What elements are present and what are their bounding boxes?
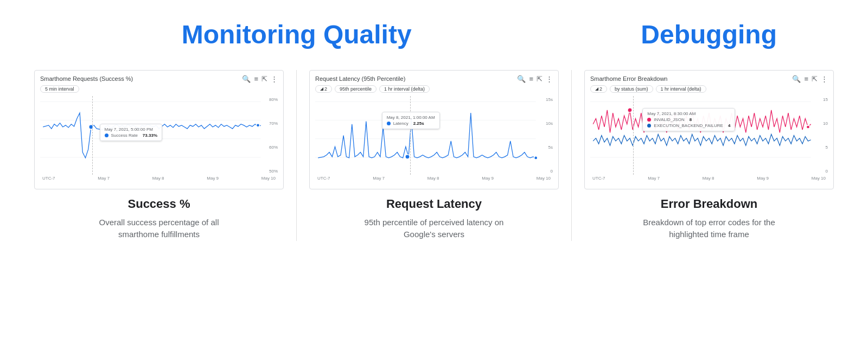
filter-icon: ◢ bbox=[320, 86, 323, 91]
latency-dot bbox=[387, 122, 391, 125]
search-icon[interactable]: 🔍 bbox=[792, 75, 801, 83]
search-icon[interactable]: 🔍 bbox=[242, 75, 251, 83]
latency-line-chart bbox=[315, 96, 553, 175]
success-chart-icons: 🔍 ≡ ⇱ ⋮ bbox=[242, 75, 278, 83]
error-tooltip-date: May 7, 2021, 8:30:00 AM bbox=[647, 111, 730, 116]
error-description: Breakdown of top error codes for the hig… bbox=[628, 217, 790, 241]
filter-icon: ◢ bbox=[595, 86, 598, 91]
success-filter-1[interactable]: 5 min interval bbox=[40, 85, 79, 93]
latency-chart-box: Request Latency (95th Percentile) 🔍 ≡ ⇱ … bbox=[309, 70, 559, 189]
latency-filter-icon[interactable]: ◢ 2 bbox=[315, 85, 332, 93]
legend-icon[interactable]: ≡ bbox=[529, 75, 533, 83]
latency-section: Request Latency (95th Percentile) 🔍 ≡ ⇱ … bbox=[297, 70, 571, 241]
success-x-axis: UTC-7 May 7 May 8 May 9 May 10 bbox=[40, 176, 278, 181]
latency-filter-percentile[interactable]: 95th percentile bbox=[335, 85, 376, 93]
latency-tooltip-row: Latency 2.25s bbox=[387, 121, 435, 126]
svg-point-11 bbox=[534, 156, 538, 160]
svg-point-10 bbox=[405, 155, 410, 159]
error-tooltip-row-1: INVALID_JSON 8 bbox=[647, 117, 730, 122]
success-dot bbox=[105, 133, 108, 137]
search-icon[interactable]: 🔍 bbox=[517, 75, 526, 83]
latency-chart-area: 15s 10s 5s 0 May 8, 2021, 1:00:00 AM Lat… bbox=[315, 96, 553, 175]
latency-chart-title: Request Latency (95th Percentile) bbox=[315, 75, 405, 82]
legend-icon[interactable]: ≡ bbox=[254, 75, 258, 83]
error-tooltip: May 7, 2021, 8:30:00 AM INVALID_JSON 8 E… bbox=[642, 108, 735, 131]
latency-x-axis: UTC-7 May 7 May 8 May 9 May 10 bbox=[315, 176, 553, 181]
more-icon[interactable]: ⋮ bbox=[821, 75, 828, 83]
success-section: Smarthome Requests (Success %) 🔍 ≡ ⇱ ⋮ 5… bbox=[22, 70, 296, 241]
execution-failure-dot bbox=[647, 124, 651, 128]
error-section: Smarthome Error Breakdown 🔍 ≡ ⇱ ⋮ ◢ 2 by… bbox=[572, 70, 846, 241]
more-icon[interactable]: ⋮ bbox=[271, 75, 278, 83]
latency-chart-icons: 🔍 ≡ ⇱ ⋮ bbox=[517, 75, 553, 83]
error-tooltip-row-2: EXECUTION_BACKEND_FAILURE 4 bbox=[647, 123, 730, 128]
svg-point-5 bbox=[256, 124, 259, 127]
success-tooltip: May 7, 2021, 5:00:00 PM Success Rate 73.… bbox=[100, 124, 163, 141]
expand-icon[interactable]: ⇱ bbox=[261, 75, 267, 83]
expand-icon[interactable]: ⇱ bbox=[537, 75, 542, 83]
success-chart-title: Smarthome Requests (Success %) bbox=[40, 75, 133, 82]
success-chart-box: Smarthome Requests (Success %) 🔍 ≡ ⇱ ⋮ 5… bbox=[34, 70, 284, 189]
error-chart-title: Smarthome Error Breakdown bbox=[590, 75, 667, 82]
error-subtitle: Error Breakdown bbox=[661, 197, 758, 211]
error-filter-interval[interactable]: 1 hr interval (delta) bbox=[656, 85, 706, 93]
latency-filters: ◢ 2 95th percentile 1 hr interval (delta… bbox=[315, 85, 553, 93]
latency-tooltip: May 8, 2021, 1:00:00 AM Latency 2.25s bbox=[382, 112, 440, 129]
success-subtitle: Success % bbox=[128, 197, 190, 211]
error-filter-status[interactable]: by status (sum) bbox=[610, 85, 653, 93]
error-chart-box: Smarthome Error Breakdown 🔍 ≡ ⇱ ⋮ ◢ 2 by… bbox=[584, 70, 834, 189]
error-x-axis: UTC-7 May 7 May 8 May 9 May 10 bbox=[590, 176, 828, 181]
success-filters: 5 min interval bbox=[40, 85, 278, 93]
error-y-axis: 15 10 5 0 bbox=[823, 96, 828, 175]
legend-icon[interactable]: ≡ bbox=[804, 75, 808, 83]
svg-point-17 bbox=[806, 125, 809, 129]
invalid-json-dot bbox=[647, 118, 651, 122]
success-chart-area: 80% 70% 60% 50% May 7, 2021, 5:00:00 PM … bbox=[40, 96, 278, 175]
latency-description: 95th percentile of perceived latency on … bbox=[353, 217, 515, 241]
error-filters: ◢ 2 by status (sum) 1 hr interval (delta… bbox=[590, 85, 828, 93]
more-icon[interactable]: ⋮ bbox=[546, 75, 553, 83]
success-tooltip-row: Success Rate 73.33% bbox=[105, 133, 158, 138]
error-chart-area: 15 10 5 0 May 7, 2021, 8:30:00 AM INVALI… bbox=[590, 96, 828, 175]
svg-point-16 bbox=[628, 108, 632, 112]
monitoring-quality-title: Monitoring Quality bbox=[182, 21, 412, 49]
success-tooltip-date: May 7, 2021, 5:00:00 PM bbox=[105, 127, 158, 132]
svg-point-4 bbox=[89, 125, 93, 129]
success-y-axis: 80% 70% 60% 50% bbox=[269, 96, 278, 175]
latency-tooltip-date: May 8, 2021, 1:00:00 AM bbox=[387, 115, 435, 120]
error-filter-icon[interactable]: ◢ 2 bbox=[590, 85, 607, 93]
latency-filter-interval[interactable]: 1 hr interval (delta) bbox=[379, 85, 430, 93]
latency-subtitle: Request Latency bbox=[386, 197, 482, 211]
success-description: Overall success percentage of all smarth… bbox=[78, 217, 240, 241]
debugging-title: Debugging bbox=[641, 21, 777, 49]
error-chart-icons: 🔍 ≡ ⇱ ⋮ bbox=[792, 75, 828, 83]
expand-icon[interactable]: ⇱ bbox=[812, 75, 818, 83]
latency-y-axis: 15s 10s 5s 0 bbox=[546, 96, 553, 175]
